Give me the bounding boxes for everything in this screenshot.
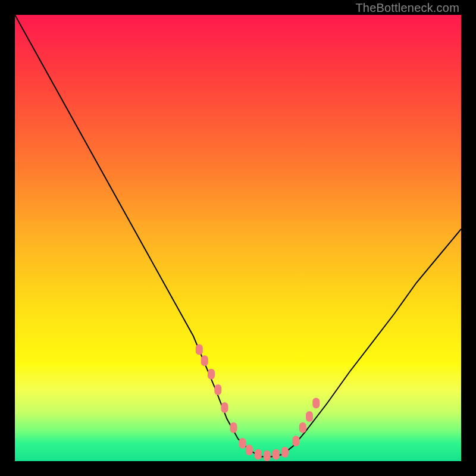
highlight-marker xyxy=(221,402,228,413)
highlight-marker xyxy=(239,438,246,449)
highlight-marker xyxy=(201,355,208,366)
highlight-marker xyxy=(214,384,221,395)
highlight-marker xyxy=(255,449,262,460)
highlight-marker xyxy=(208,369,215,380)
highlight-marker xyxy=(299,422,306,433)
highlight-marker xyxy=(306,411,313,422)
watermark-text: TheBottleneck.com xyxy=(355,1,459,15)
curve-layer xyxy=(15,15,461,461)
bottleneck-curve xyxy=(15,15,461,457)
highlight-marker xyxy=(312,398,320,409)
highlight-marker xyxy=(273,449,280,460)
highlight-marker xyxy=(281,447,289,458)
highlight-marker xyxy=(196,345,203,355)
highlight-marker xyxy=(230,422,237,433)
plot-area xyxy=(15,15,461,461)
highlight-marker xyxy=(246,444,253,455)
highlight-marker xyxy=(264,450,271,461)
highlight-marker xyxy=(293,436,300,446)
chart-frame: TheBottleneck.com xyxy=(0,0,476,476)
